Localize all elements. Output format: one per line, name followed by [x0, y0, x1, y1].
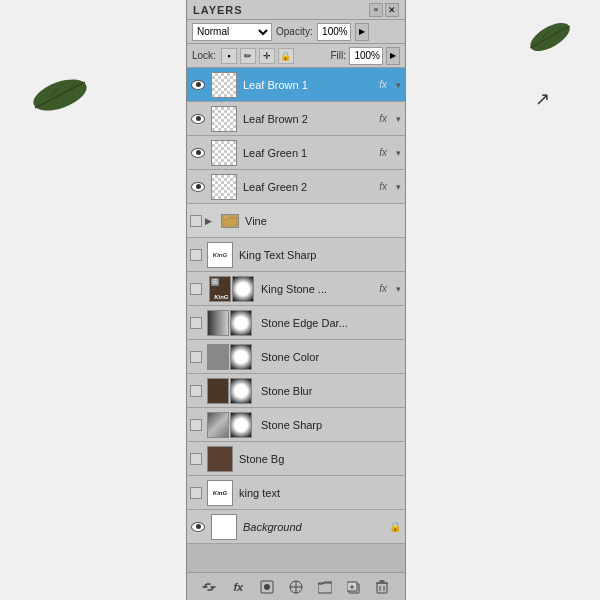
visibility-checkbox[interactable]	[187, 487, 205, 499]
layer-thumbnail: KinG	[205, 480, 235, 506]
visibility-checkbox[interactable]	[187, 215, 205, 227]
layer-row[interactable]: Stone Sharp	[187, 408, 405, 442]
eye-icon	[191, 80, 205, 90]
layer-name-col: Stone Edge Dar...	[257, 317, 405, 329]
layer-row[interactable]: KinG king text	[187, 476, 405, 510]
layer-thumbnail: KinG ⊞	[205, 276, 257, 302]
visibility-toggle[interactable]	[187, 102, 209, 135]
layer-name: king text	[239, 487, 280, 499]
layer-row[interactable]: KinG King Text Sharp	[187, 238, 405, 272]
add-mask-btn[interactable]	[257, 578, 277, 596]
lock-position-btn[interactable]: ✛	[259, 48, 275, 64]
thumb-mask	[230, 310, 252, 336]
lock-image-btn[interactable]: ✏	[240, 48, 256, 64]
layer-name: Stone Sharp	[261, 419, 322, 431]
add-fx-btn[interactable]: fx	[228, 578, 248, 596]
layer-row[interactable]: KinG ⊞ King Stone ... fx ▾	[187, 272, 405, 306]
layer-chevron: ▾	[391, 284, 405, 294]
visibility-checkbox[interactable]	[187, 453, 205, 465]
fill-input[interactable]	[349, 47, 383, 65]
adjustment-icon	[289, 580, 303, 594]
checkbox	[190, 487, 202, 499]
fill-arrow-btn[interactable]: ▶	[386, 47, 400, 65]
fill-label: Fill:	[330, 50, 346, 61]
checkbox	[190, 453, 202, 465]
layer-thumbnail	[205, 446, 235, 472]
layer-row[interactable]: Leaf Brown 1 fx ▾	[187, 68, 405, 102]
layer-row[interactable]: Leaf Green 2 fx ▾	[187, 170, 405, 204]
new-group-btn[interactable]	[315, 578, 335, 596]
layer-row-group[interactable]: ▶ Vine	[187, 204, 405, 238]
link-layers-btn[interactable]	[199, 578, 219, 596]
layer-name-col: Leaf Brown 1	[239, 79, 379, 91]
layer-thumbnail	[209, 72, 239, 98]
layer-thumbnail: KinG	[205, 242, 235, 268]
mask-icon	[260, 580, 274, 594]
delete-layer-btn[interactable]	[372, 578, 392, 596]
layer-row[interactable]: Stone Bg	[187, 442, 405, 476]
layer-name: Stone Bg	[239, 453, 284, 465]
visibility-checkbox[interactable]	[187, 317, 205, 329]
fx-badge: fx	[379, 113, 387, 124]
fx-badge: fx	[379, 147, 387, 158]
visibility-checkbox[interactable]	[187, 419, 205, 431]
opacity-arrow-btn[interactable]: ▶	[355, 23, 369, 41]
new-layer-icon	[347, 580, 361, 594]
layer-name: Background	[243, 521, 302, 533]
layer-row[interactable]: Stone Color	[187, 340, 405, 374]
visibility-checkbox[interactable]	[187, 283, 205, 295]
layer-row[interactable]: Stone Blur	[187, 374, 405, 408]
lock-pixels-btn[interactable]: ▪	[221, 48, 237, 64]
layer-name-col: Stone Sharp	[257, 419, 405, 431]
group-expand-arrow[interactable]: ▶	[205, 216, 219, 226]
layer-name: Stone Blur	[261, 385, 312, 397]
layer-name: King Stone ...	[261, 283, 327, 295]
thumb-main	[207, 344, 229, 370]
fx-badge: fx	[379, 79, 387, 90]
layer-row[interactable]: Leaf Green 1 fx ▾	[187, 136, 405, 170]
layer-name-col: Leaf Green 1	[239, 147, 379, 159]
eye-icon	[191, 182, 205, 192]
new-group-icon	[318, 580, 332, 594]
layer-name-col: Stone Bg	[235, 453, 405, 465]
link-icon	[201, 580, 217, 594]
leaf-decoration-left	[20, 60, 100, 130]
blend-mode-select[interactable]: Normal	[192, 23, 272, 41]
visibility-toggle[interactable]	[187, 68, 209, 101]
checkbox	[190, 215, 202, 227]
layer-name-col: Stone Blur	[257, 385, 405, 397]
layer-name-col: Leaf Brown 2	[239, 113, 379, 125]
visibility-toggle[interactable]	[187, 510, 209, 543]
smart-object-badge: ⊞	[211, 278, 219, 286]
visibility-checkbox[interactable]	[187, 351, 205, 363]
add-adjustment-btn[interactable]	[286, 578, 306, 596]
panel-bottom-toolbar: fx	[187, 572, 405, 600]
checkbox	[190, 351, 202, 363]
layers-list[interactable]: Leaf Brown 1 fx ▾ Leaf Brown 2 fx ▾	[187, 68, 405, 572]
lock-all-btn[interactable]: 🔒	[278, 48, 294, 64]
thumb-main	[207, 310, 229, 336]
visibility-toggle[interactable]	[187, 170, 209, 203]
thumb-mask	[230, 378, 252, 404]
layer-name-col: King Text Sharp	[235, 249, 405, 261]
layer-thumbnail	[209, 514, 239, 540]
layers-panel: LAYERS « ✕ Normal Opacity: ▶ Lock: ▪ ✏ ✛…	[186, 0, 406, 600]
checkbox	[190, 283, 202, 295]
thumb-mask	[230, 344, 252, 370]
opacity-input[interactable]	[317, 23, 351, 41]
visibility-toggle[interactable]	[187, 136, 209, 169]
panel-collapse-btn[interactable]: «	[369, 3, 383, 17]
thumb-image	[211, 174, 237, 200]
visibility-checkbox[interactable]	[187, 385, 205, 397]
layer-thumbnail	[209, 174, 239, 200]
thumb-image	[211, 72, 237, 98]
layer-row-background[interactable]: Background 🔒	[187, 510, 405, 544]
layer-row[interactable]: Leaf Brown 2 fx ▾	[187, 102, 405, 136]
layer-chevron: ▾	[391, 182, 405, 192]
new-layer-btn[interactable]	[344, 578, 364, 596]
thumb-main: KinG ⊞	[209, 276, 231, 302]
visibility-checkbox[interactable]	[187, 249, 205, 261]
layer-row[interactable]: Stone Edge Dar...	[187, 306, 405, 340]
thumb-image	[211, 140, 237, 166]
panel-close-btn[interactable]: ✕	[385, 3, 399, 17]
